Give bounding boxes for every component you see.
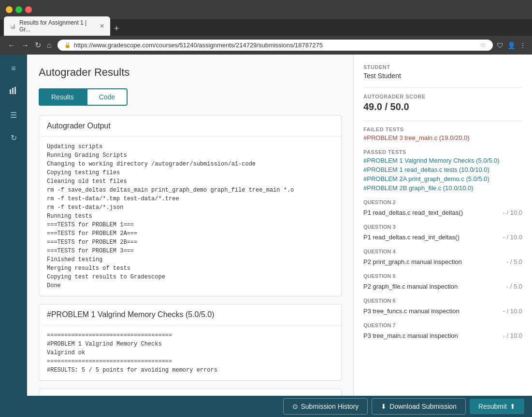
question-3-score-0: - / 10.0 (503, 234, 522, 241)
address-bar-row: ← → ↻ ⌂ 🔒 https://www.gradescope.com/cou… (0, 36, 532, 55)
student-name: Test Student (363, 72, 522, 80)
tab-favicon: 📊 (10, 24, 15, 29)
score-label: AUTOGRADER SCORE (363, 94, 522, 99)
sidebar: ≡ ☰ ↻ (0, 55, 27, 398)
sidebar-icon-menu[interactable]: ≡ (9, 62, 17, 75)
forward-button[interactable]: → (19, 39, 31, 52)
browser-nav[interactable]: ← → ↻ ⌂ (6, 39, 54, 52)
new-tab-button[interactable]: + (110, 22, 123, 36)
passed-test-item-1[interactable]: #PROBLEM 1 read_deltas.c tests (10.0/10.… (363, 166, 522, 173)
url-text: https://www.gradescope.com/courses/51240… (74, 42, 477, 49)
question-3-text-0: P1 read_deltas.c read_int_deltas() (363, 234, 460, 241)
question-4-score-0: - / 5.0 (506, 258, 522, 265)
sidebar-icon-list[interactable]: ☰ (8, 109, 19, 122)
question-2-label: QUESTION 2 (363, 199, 522, 205)
student-label: STUDENT (363, 64, 522, 70)
score-section: AUTOGRADER SCORE 49.0 / 50.0 (363, 94, 522, 112)
tab-code[interactable]: Code (86, 88, 128, 106)
browser-extensions: 🛡 👤 ⋮ (497, 42, 526, 49)
svg-rect-0 (10, 89, 11, 94)
question-6-label: QUESTION 6 (363, 298, 522, 304)
question-2-text-0: P1 read_deltas.c read_text_deltas() (363, 209, 463, 216)
home-button[interactable]: ⌂ (45, 39, 54, 52)
question-5-label: QUESTION 5 (363, 273, 522, 279)
questions-section: QUESTION 2 P1 read_deltas.c read_text_de… (363, 199, 522, 341)
student-section: STUDENT Test Student (363, 64, 522, 80)
passed-test-item-2[interactable]: #PROBLEM 2A print_graph_demo.c (5.0/5.0) (363, 175, 522, 182)
right-panel: STUDENT Test Student AUTOGRADER SCORE 49… (353, 55, 532, 398)
passed-tests-section: PASSED TESTS #PROBLEM 1 Valgrind Memory … (363, 149, 522, 192)
problem1-valgrind-header: #PROBLEM 1 Valgrind Memory Checks (5.0/5… (39, 305, 341, 325)
svg-rect-1 (12, 88, 14, 94)
window-controls[interactable] (6, 6, 32, 13)
question-6-score-0: - / 10.0 (503, 307, 522, 315)
passed-tests-label: PASSED TESTS (363, 149, 522, 155)
question-5-text-0: P2 graph_file.c manual inspection (363, 283, 458, 290)
shield-icon: 🛡 (497, 42, 503, 49)
question-7-score-0: - / 10.0 (503, 332, 522, 339)
menu-dots-icon[interactable]: ⋮ (519, 42, 526, 49)
question-7-label: QUESTION 7 (363, 322, 522, 328)
problem1-valgrind-panel: #PROBLEM 1 Valgrind Memory Checks (5.0/5… (39, 304, 342, 381)
close-button[interactable] (25, 6, 32, 13)
bookmark-icon[interactable]: ☆ (480, 42, 486, 49)
autograder-output-header: Autograder Output (39, 116, 341, 137)
sidebar-icon-chart[interactable] (7, 84, 20, 99)
question-5-row-0: P2 graph_file.c manual inspection - / 5.… (363, 281, 522, 292)
question-4-label: QUESTION 4 (363, 249, 522, 254)
question-4-text-0: P2 print_graph.c manual inspection (363, 258, 462, 265)
maximize-button[interactable] (15, 6, 22, 13)
score-value: 49.0 / 50.0 (363, 101, 522, 112)
failed-tests-section: FAILED TESTS #PROBLEM 3 tree_main.c (19.… (363, 126, 522, 141)
minimize-button[interactable] (6, 6, 13, 13)
sidebar-icon-refresh[interactable]: ↻ (9, 131, 19, 144)
tab-close-button[interactable]: ✕ (100, 23, 104, 29)
svg-rect-2 (14, 87, 16, 94)
question-4-row-0: P2 print_graph.c manual inspection - / 5… (363, 256, 522, 267)
question-6-text-0: P3 tree_funcs.c manual inspection (363, 307, 460, 315)
view-tabs: Results Code (39, 88, 342, 106)
question-7-row-0: P3 tree_main.c manual inspection - / 10.… (363, 330, 522, 341)
autograder-output-panel: Autograder Output Updating scripts Runni… (39, 115, 342, 296)
address-bar[interactable]: 🔒 https://www.gradescope.com/courses/512… (58, 40, 493, 51)
question-3-label: QUESTION 3 (363, 224, 522, 230)
question-6-row-0: P3 tree_funcs.c manual inspection - / 10… (363, 306, 522, 317)
autograder-output-body: Updating scripts Running Grading Scripts… (39, 137, 341, 296)
bottom-bar: ⊙ Submission History ⬇ Download Submissi… (0, 396, 532, 398)
question-5-score-0: - / 5.0 (506, 283, 522, 290)
question-3-row-0: P1 read_deltas.c read_int_deltas() - / 1… (363, 232, 522, 243)
divider-1 (363, 87, 522, 88)
failed-test-item-0[interactable]: #PROBLEM 3 tree_main.c (19.0/20.0) (363, 134, 522, 141)
browser-tab[interactable]: 📊 Results for Assignment 1 | Gr... ✕ (4, 16, 110, 36)
main-content: Autograder Results Results Code Autograd… (27, 55, 353, 398)
tab-bar: 📊 Results for Assignment 1 | Gr... ✕ + (0, 19, 532, 36)
failed-tests-label: FAILED TESTS (363, 126, 522, 132)
lock-icon: 🔒 (64, 42, 71, 48)
divider-2 (363, 120, 522, 121)
problem1-valgrind-body: ==================================== #PR… (39, 325, 341, 380)
app-layout: ≡ ☰ ↻ Autograder Results Results Code Au… (0, 55, 532, 398)
question-7-text-0: P3 tree_main.c manual inspection (363, 332, 458, 339)
tab-results[interactable]: Results (39, 88, 86, 106)
page-title: Autograder Results (39, 66, 342, 79)
passed-test-item-0[interactable]: #PROBLEM 1 Valgrind Memory Checks (5.0/5… (363, 157, 522, 164)
question-2-score-0: - / 10.0 (503, 209, 522, 216)
question-2-row-0: P1 read_deltas.c read_text_deltas() - / … (363, 207, 522, 218)
profile-icon[interactable]: 👤 (507, 42, 516, 49)
back-button[interactable]: ← (6, 39, 17, 52)
passed-test-item-3[interactable]: #PROBLEM 2B graph_file.c (10.0/10.0) (363, 184, 522, 192)
tab-title: Results for Assignment 1 | Gr... (19, 19, 94, 33)
reload-button[interactable]: ↻ (33, 39, 43, 52)
